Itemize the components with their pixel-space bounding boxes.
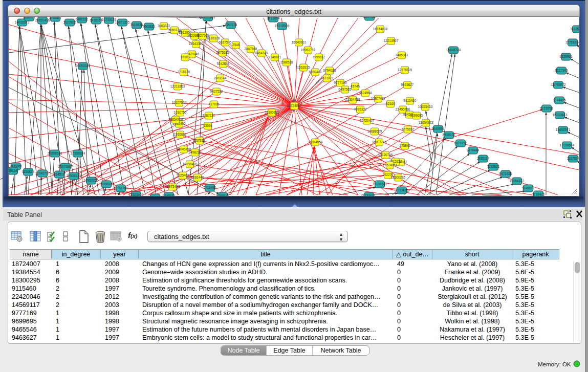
svg-text:6679197: 6679197 bbox=[454, 141, 467, 145]
svg-text:2718170: 2718170 bbox=[178, 70, 190, 74]
svg-text:2867608: 2867608 bbox=[245, 47, 257, 51]
svg-text:1075692: 1075692 bbox=[402, 127, 415, 131]
svg-text:17016504: 17016504 bbox=[560, 143, 575, 147]
svg-text:1362615: 1362615 bbox=[297, 65, 310, 69]
svg-text:2546: 2546 bbox=[232, 43, 240, 47]
svg-text:6466161: 6466161 bbox=[90, 18, 103, 22]
svg-text:9463627: 9463627 bbox=[401, 83, 414, 86]
svg-text:6497565: 6497565 bbox=[339, 87, 352, 91]
svg-text:12942737: 12942737 bbox=[35, 171, 50, 175]
svg-text:1010755: 1010755 bbox=[174, 111, 187, 114]
svg-text:1156829: 1156829 bbox=[22, 170, 35, 173]
svg-text:7663821: 7663821 bbox=[143, 25, 156, 28]
svg-text:7663822: 7663822 bbox=[158, 24, 170, 28]
svg-text:39154: 39154 bbox=[9, 169, 17, 172]
svg-text:6466161: 6466161 bbox=[76, 17, 89, 21]
svg-text:1691440: 1691440 bbox=[191, 176, 204, 179]
svg-text:15720407: 15720407 bbox=[360, 119, 375, 122]
svg-text:10958107: 10958107 bbox=[99, 182, 114, 186]
svg-text:17359924: 17359924 bbox=[71, 151, 85, 155]
svg-text:1527602: 1527602 bbox=[63, 20, 76, 24]
svg-text:7986322: 7986322 bbox=[354, 107, 367, 111]
svg-text:12093872: 12093872 bbox=[551, 83, 566, 86]
svg-text:5875685: 5875685 bbox=[216, 51, 229, 54]
svg-text:8471626: 8471626 bbox=[499, 172, 512, 176]
svg-text:1065527: 1065527 bbox=[49, 17, 62, 19]
svg-text:1916682: 1916682 bbox=[174, 133, 187, 136]
svg-text:16640910: 16640910 bbox=[292, 40, 307, 44]
svg-text:9327505: 9327505 bbox=[219, 40, 232, 44]
svg-text:7485063: 7485063 bbox=[396, 53, 408, 57]
svg-text:18724007: 18724007 bbox=[287, 104, 302, 107]
svg-text:9242848: 9242848 bbox=[217, 62, 230, 65]
svg-text:9146821: 9146821 bbox=[269, 55, 281, 59]
svg-text:13524851: 13524851 bbox=[383, 163, 398, 167]
svg-text:9329966: 9329966 bbox=[560, 55, 573, 58]
svg-text:175846: 175846 bbox=[399, 144, 410, 147]
svg-text:23975867: 23975867 bbox=[58, 165, 73, 168]
svg-text:7357274: 7357274 bbox=[225, 23, 237, 27]
svg-text:16543382: 16543382 bbox=[189, 42, 204, 46]
svg-text:16648784: 16648784 bbox=[446, 48, 461, 52]
svg-text:19218506: 19218506 bbox=[275, 24, 290, 28]
svg-text:9115460: 9115460 bbox=[404, 99, 417, 102]
svg-text:12213967: 12213967 bbox=[384, 39, 399, 42]
svg-text:98901: 98901 bbox=[181, 55, 190, 59]
svg-text:10054122: 10054122 bbox=[510, 179, 525, 183]
svg-text:857833: 857833 bbox=[194, 139, 205, 142]
svg-text:20691406: 20691406 bbox=[35, 18, 50, 22]
svg-text:1733426: 1733426 bbox=[396, 188, 408, 192]
svg-text:15136141: 15136141 bbox=[373, 182, 387, 186]
svg-text:18807249: 18807249 bbox=[372, 140, 387, 144]
svg-text:7515526: 7515526 bbox=[130, 23, 143, 27]
svg-text:13692971: 13692971 bbox=[556, 128, 571, 132]
svg-text:7632621: 7632621 bbox=[487, 165, 500, 168]
svg-text:3267130: 3267130 bbox=[203, 114, 215, 117]
svg-text:10671355: 10671355 bbox=[115, 20, 130, 24]
svg-text:23495796: 23495796 bbox=[396, 107, 410, 111]
svg-text:10973493: 10973493 bbox=[165, 185, 180, 188]
svg-text:18300295: 18300295 bbox=[391, 176, 406, 179]
svg-text:20206535: 20206535 bbox=[48, 151, 62, 155]
svg-text:16033809: 16033809 bbox=[201, 17, 215, 19]
svg-text:8215958: 8215958 bbox=[540, 106, 553, 110]
svg-text:417006: 417006 bbox=[208, 102, 220, 106]
svg-text:20053346: 20053346 bbox=[76, 64, 91, 68]
svg-text:9699695: 9699695 bbox=[410, 114, 423, 117]
svg-text:9474444: 9474444 bbox=[467, 148, 480, 152]
svg-text:2803144: 2803144 bbox=[214, 76, 227, 80]
svg-text:8938923: 8938923 bbox=[443, 133, 455, 137]
svg-text:16961758: 16961758 bbox=[301, 48, 316, 52]
svg-text:11125419: 11125419 bbox=[570, 27, 579, 31]
svg-text:1621022: 1621022 bbox=[321, 76, 334, 80]
svg-text:10107552: 10107552 bbox=[172, 101, 187, 104]
svg-text:17957255: 17957255 bbox=[84, 179, 99, 182]
svg-text:8813054: 8813054 bbox=[267, 17, 280, 20]
svg-text:10025453: 10025453 bbox=[418, 105, 433, 108]
svg-text:6794028: 6794028 bbox=[323, 69, 336, 72]
svg-text:1733426: 1733426 bbox=[532, 192, 545, 196]
svg-text:2637082: 2637082 bbox=[363, 17, 376, 18]
svg-text:9245612: 9245612 bbox=[522, 186, 535, 190]
svg-text:9227343: 9227343 bbox=[555, 69, 568, 72]
svg-text:7625402: 7625402 bbox=[177, 173, 189, 177]
svg-text:8186328: 8186328 bbox=[207, 36, 220, 40]
svg-text:12213363: 12213363 bbox=[170, 84, 185, 88]
svg-text:2935114: 2935114 bbox=[477, 157, 490, 160]
svg-text:114519: 114519 bbox=[54, 172, 65, 176]
svg-text:45745: 45745 bbox=[351, 84, 360, 88]
svg-text:2055721: 2055721 bbox=[23, 17, 36, 19]
svg-text:1588520: 1588520 bbox=[280, 60, 293, 64]
svg-text:9777169: 9777169 bbox=[334, 81, 347, 84]
svg-text:7955812: 7955812 bbox=[313, 55, 325, 59]
svg-text:12505135: 12505135 bbox=[67, 174, 81, 178]
svg-text:8454749: 8454749 bbox=[255, 51, 268, 55]
svg-text:18099488: 18099488 bbox=[183, 162, 198, 166]
svg-text:3624554: 3624554 bbox=[359, 91, 372, 95]
svg-text:12975115: 12975115 bbox=[398, 68, 412, 72]
svg-text:1640954: 1640954 bbox=[432, 127, 445, 130]
svg-text:21364436: 21364436 bbox=[345, 98, 360, 101]
svg-text:10719155: 10719155 bbox=[102, 18, 117, 21]
svg-text:16782759: 16782759 bbox=[114, 186, 128, 190]
svg-text:12323466: 12323466 bbox=[129, 193, 144, 196]
